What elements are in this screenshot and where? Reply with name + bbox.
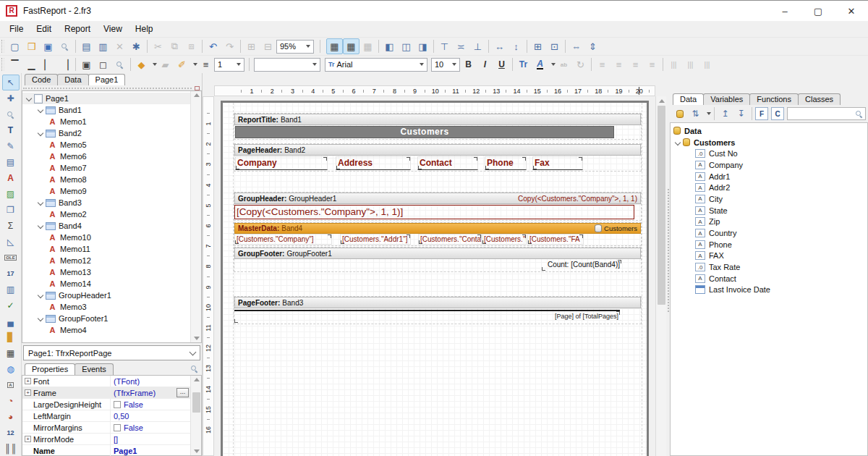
tab-data[interactable]: Data (57, 74, 88, 85)
page-settings-button[interactable]: ✱ (128, 38, 145, 54)
group-button[interactable]: ⊞ (243, 38, 260, 54)
field-node[interactable]: AFAX (671, 250, 867, 262)
expand-plus-icon[interactable]: + (25, 389, 31, 396)
frame-all-button[interactable]: ▣ (78, 56, 95, 72)
toolbar-drag-handle[interactable] (1, 40, 4, 53)
frame-none-button[interactable]: ◻ (95, 56, 111, 72)
data-field-memo[interactable]: [Customers."Company"] (234, 234, 332, 245)
tree-node-memo[interactable]: AMemo9 (22, 185, 190, 197)
tree-node-memo[interactable]: AMemo12 (22, 255, 190, 266)
data-field-memo[interactable]: [Customers."Addr1"] (340, 234, 411, 245)
sort-button[interactable]: ⇅ (688, 106, 703, 121)
chevron-down-icon[interactable] (36, 197, 46, 208)
master-data-band-header[interactable]: MasterData:Band4 Customers (234, 223, 641, 234)
datasets-button[interactable] (672, 106, 687, 121)
tool-checkbox-object[interactable]: ✓ (2, 297, 20, 313)
property-row-mirrormode[interactable]: +MirrorMode [] (22, 434, 190, 445)
field-node[interactable]: .0Cust No (671, 148, 867, 159)
tree-node-memo[interactable]: AMemo4 (22, 324, 190, 336)
frame-edit-button[interactable] (111, 56, 128, 72)
tool-zipcode-object[interactable]: A (2, 377, 20, 393)
property-row-name[interactable]: Name Page1 (22, 445, 190, 456)
frame-top-button[interactable]: ▔ (7, 56, 23, 72)
ungroup-button[interactable]: ⊟ (260, 38, 276, 54)
dataset-node[interactable]: Customers (671, 137, 867, 148)
tree-node-memo[interactable]: AMemo1 (22, 116, 190, 127)
tree-node-band[interactable]: GroupFooter1 (22, 313, 190, 324)
text-align-center-button[interactable]: ≡ (610, 56, 627, 72)
scroll-thumb[interactable] (192, 392, 200, 413)
tool-insert-band[interactable]: ▤ (2, 154, 20, 170)
tab-properties[interactable]: Properties (25, 363, 75, 375)
object-selector-combo[interactable]: Page1: TfrxReportPage (23, 345, 200, 360)
design-canvas[interactable]: ReportTitle:Band1 Customers PageHeader:B… (214, 96, 655, 456)
tool-picture-object[interactable]: ▨ (2, 186, 20, 202)
scroll-up-icon[interactable] (659, 98, 664, 104)
text-bottom-button[interactable]: ||| (699, 56, 715, 72)
center-vertically-button[interactable]: ⊡ (546, 38, 563, 54)
align-lefts-button[interactable]: ◧ (381, 38, 398, 54)
toolbar-drag-handle[interactable] (1, 58, 4, 71)
delete-page-button[interactable]: ✕ (111, 38, 128, 54)
text-middle-button[interactable]: ||| (682, 56, 699, 72)
same-height-button[interactable]: ⇕ (584, 38, 601, 54)
field-node[interactable]: ACity (671, 193, 867, 205)
chevron-down-icon[interactable] (36, 290, 46, 301)
tool-format-painter[interactable]: ✎ (2, 138, 20, 154)
tree-node-band[interactable]: Band4 (22, 220, 190, 232)
new-dialog-button[interactable]: ▥ (95, 38, 111, 54)
paste-button[interactable]: ⧈ (183, 38, 200, 54)
font-settings-button[interactable]: Tr (515, 56, 532, 72)
report-tree-scrollbar[interactable] (190, 91, 201, 342)
field-node[interactable]: APhone (671, 239, 867, 250)
field-node[interactable]: AState (671, 205, 867, 216)
tool-chart-object[interactable]: ▊ (2, 329, 20, 345)
ellipsis-editor-button[interactable]: ... (176, 388, 189, 397)
property-row-font[interactable]: +Font (TFont) (22, 376, 190, 387)
sort-dropdown[interactable] (704, 112, 711, 115)
page-footer-band-header[interactable]: PageFooter:Band3 (234, 297, 641, 308)
chevron-down-icon[interactable] (36, 313, 46, 324)
tree-node-memo[interactable]: AMemo5 (22, 139, 190, 151)
column-header-memo[interactable]: Fax (532, 156, 583, 170)
master-data-band[interactable]: MasterData:Band4 Customers [Customers."C… (234, 222, 642, 246)
property-row-mirrormargins[interactable]: MirrorMargins False (22, 422, 190, 434)
fit-to-grid-button[interactable]: ▦ (359, 38, 376, 54)
chevron-down-icon[interactable] (36, 104, 46, 116)
fields-toggle-button[interactable]: F (755, 107, 768, 120)
tree-node-memo[interactable]: AMemo3 (22, 301, 190, 313)
align-centers-button[interactable]: ◫ (398, 38, 414, 54)
tree-node-memo[interactable]: AMemo11 (22, 243, 190, 255)
property-row-frame[interactable]: +Frame (TfrxFrame)... (22, 387, 190, 399)
space-vertically-button[interactable]: ↕ (508, 38, 524, 54)
group-footer-band-header[interactable]: GroupFooter:GroupFooter1 (234, 248, 641, 259)
scroll-down-icon[interactable] (194, 449, 199, 454)
line-color-dropdown[interactable] (190, 63, 197, 66)
rotate-text-button[interactable]: ↻ (572, 56, 589, 72)
tool-draw-object[interactable]: ◺ (2, 234, 20, 250)
data-root-node[interactable]: Data (671, 125, 867, 137)
tool-linear-gauge-object[interactable]: ◕ (2, 409, 20, 425)
count-memo[interactable]: Count: [Count(Band4)] (542, 260, 621, 271)
tool-subreport-object[interactable]: ❐ (2, 202, 20, 218)
tree-node-band[interactable]: Band1 (22, 104, 190, 116)
tree-node-memo[interactable]: AMemo7 (22, 162, 190, 174)
cut-button[interactable]: ✂ (150, 38, 166, 54)
data-search-input[interactable] (787, 107, 866, 120)
fill-style-button[interactable]: ▰ (157, 56, 174, 72)
frame-bottom-button[interactable]: ▁ (23, 56, 40, 72)
data-field-memo[interactable]: [Customers."Ph (482, 234, 527, 245)
tool-date-object[interactable]: 17 (2, 266, 20, 282)
checkbox-icon[interactable] (114, 401, 121, 408)
chevron-down-icon[interactable] (36, 127, 46, 139)
open-report-button[interactable]: ❒ (23, 38, 40, 54)
field-node[interactable]: AAddr1 (671, 171, 867, 182)
expand-plus-icon[interactable]: + (25, 378, 31, 384)
tree-node-band[interactable]: Band3 (22, 197, 190, 208)
page-surface[interactable]: ReportTitle:Band1 Customers PageHeader:B… (223, 103, 647, 456)
close-button[interactable]: ✕ (835, 1, 868, 21)
data-field-memo[interactable]: [Customers."FA (527, 234, 584, 245)
report-page[interactable]: ReportTitle:Band1 Customers PageHeader:B… (221, 101, 649, 456)
tool-select[interactable]: ↖ (2, 75, 20, 90)
field-node[interactable]: ACountry (671, 227, 867, 239)
